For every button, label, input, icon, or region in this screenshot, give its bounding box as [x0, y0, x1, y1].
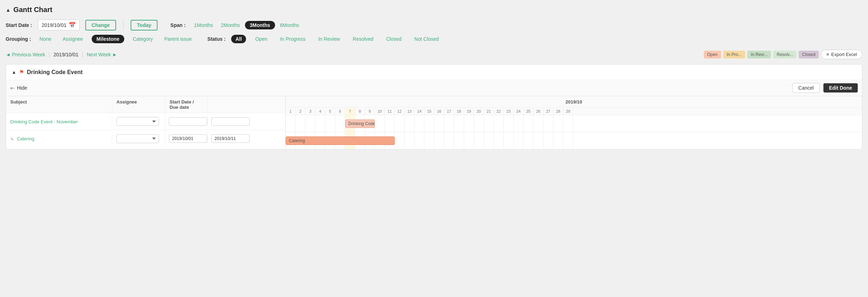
event-title: Drinking Code Event [27, 69, 82, 75]
day-header-27: 27 [543, 108, 553, 115]
day-header-12: 12 [395, 108, 405, 115]
edit-done-button[interactable]: Edit Done [823, 83, 858, 93]
col-subject-header: Subject [6, 96, 112, 113]
group-category[interactable]: Category [130, 35, 156, 43]
day-header-14: 14 [415, 108, 424, 115]
start-date-label: Start Date : [6, 22, 32, 28]
gantt-bar-0[interactable]: Drinking Code Event - November [345, 119, 375, 128]
change-button[interactable]: Change [85, 20, 116, 30]
assignee-select-2[interactable] [116, 134, 159, 143]
day-header-3: 3 [305, 108, 315, 115]
day-header-10: 10 [375, 108, 385, 115]
assignee-select-1[interactable] [116, 117, 159, 126]
cell-assignee-1 [112, 114, 165, 129]
cell-duedate-1 [208, 114, 250, 129]
span-1months[interactable]: 1Months [191, 21, 216, 29]
gantt-bar-row: Catering [286, 132, 862, 149]
cell-subject-2: ↳ Catering [6, 133, 112, 144]
span-label: Span : [170, 22, 185, 28]
status-resolved[interactable]: Resolved [349, 35, 377, 43]
day-header-29: 29 [563, 108, 573, 115]
gantt-bar-rows: Drinking Code Event - NovemberCatering [286, 115, 862, 149]
month-header: 2019/10 [286, 96, 862, 108]
gantt-toolbar: ⇤ Hide Cancel Edit Done [6, 80, 862, 96]
nav-sep2: | [82, 52, 83, 57]
event-collapse-icon[interactable]: ▲ [12, 69, 16, 75]
gantt-right-panel: 2019/10 12345678910111213141516171819202… [286, 96, 862, 149]
status-label: Status : [207, 36, 225, 42]
legend-inprogress: In Pro... [723, 51, 745, 58]
event-section: ▲ ⚑ Drinking Code Event ⇤ Hide Cancel Ed… [6, 64, 862, 150]
day-header-15: 15 [424, 108, 434, 115]
group-parent[interactable]: Parent issue [161, 35, 195, 43]
startdate-input-1[interactable] [169, 117, 207, 126]
day-header-21: 21 [484, 108, 494, 115]
export-excel-button[interactable]: ≡ Export Excel [821, 50, 862, 59]
day-header-13: 13 [405, 108, 415, 115]
span-3months[interactable]: 3Months [245, 21, 275, 29]
collapse-icon[interactable]: ▲ [6, 7, 11, 13]
calendar-icon: 📅 [69, 22, 76, 28]
gantt-grid: Subject Assignee Start Date / Due date D… [6, 96, 862, 149]
day-header-8: 8 [355, 108, 365, 115]
cell-startdate-2 [165, 131, 208, 146]
divider [123, 20, 124, 30]
day-header-23: 23 [504, 108, 514, 115]
col-assignee-header: Assignee [112, 96, 165, 113]
group-assignee[interactable]: Assignee [60, 35, 86, 43]
days-header: 1234567891011121314151617181920212223242… [286, 108, 862, 115]
col-dates-header: Start Date / Due date [165, 96, 208, 113]
current-date: 2019/10/01 [53, 52, 78, 57]
group-none[interactable]: None [37, 35, 54, 43]
cancel-button[interactable]: Cancel [792, 83, 820, 93]
status-notclosed[interactable]: Not Closed [411, 35, 442, 43]
day-header-7: 7 [345, 108, 355, 115]
grouping-label: Grouping : [6, 36, 31, 42]
status-open[interactable]: Open [252, 35, 271, 43]
subject-link-1[interactable]: Drinking Code Event - November [10, 119, 78, 124]
event-header: ▲ ⚑ Drinking Code Event [6, 65, 862, 80]
page-title: Gantt Chart [13, 6, 52, 14]
group-milestone[interactable]: Milestone [92, 35, 125, 43]
next-week-link[interactable]: Next Week ► [87, 52, 117, 57]
status-all[interactable]: All [231, 35, 246, 43]
day-header-18: 18 [454, 108, 464, 115]
startdate-input-2[interactable] [169, 134, 207, 143]
export-label: Export Excel [831, 52, 857, 57]
day-header-26: 26 [533, 108, 543, 115]
cell-duedate-2 [208, 131, 250, 146]
hide-button-area[interactable]: ⇤ Hide [10, 85, 27, 91]
status-closed[interactable]: Closed [383, 35, 405, 43]
today-button[interactable]: Today [131, 20, 158, 30]
day-header-22: 22 [494, 108, 504, 115]
cell-startdate-1 [165, 114, 208, 129]
span-2months[interactable]: 2Months [218, 21, 243, 29]
gantt-left-panel: Subject Assignee Start Date / Due date D… [6, 96, 286, 149]
gantt-table-area: ⇤ Hide Cancel Edit Done Subject Assignee… [6, 80, 862, 149]
status-inprogress[interactable]: In Progress [276, 35, 309, 43]
previous-week-link[interactable]: ◄ Previous Week [6, 52, 45, 57]
cell-subject-1: Drinking Code Event - November [6, 116, 112, 127]
sub-item-prefix: ↳ [10, 136, 14, 141]
status-inreview[interactable]: In Review [315, 35, 343, 43]
day-header-17: 17 [444, 108, 454, 115]
day-header-9: 9 [365, 108, 375, 115]
subject-link-2[interactable]: Catering [17, 136, 34, 141]
day-header-19: 19 [464, 108, 474, 115]
span-6months[interactable]: 6Months [277, 21, 302, 29]
hide-label: Hide [17, 85, 27, 91]
nav-sep1: | [49, 52, 50, 57]
legend-export-area: Open In Pro... In Revi... Resolv... Clos… [704, 50, 862, 59]
date-input-display: 2019/10/01 📅 [38, 19, 80, 30]
duedate-input-2[interactable] [211, 134, 250, 143]
legend-inreview: In Revi... [747, 51, 771, 58]
day-header-2: 2 [296, 108, 305, 115]
hide-icon: ⇤ [10, 85, 15, 91]
day-header-16: 16 [434, 108, 444, 115]
gantt-header-row: Subject Assignee Start Date / Due date [6, 96, 285, 113]
day-header-5: 5 [325, 108, 335, 115]
day-header-1: 1 [286, 108, 296, 115]
duedate-input-1[interactable] [211, 117, 250, 126]
gantt-bar-row: Drinking Code Event - November [286, 115, 862, 132]
gantt-bar-1[interactable]: Catering [286, 136, 395, 145]
